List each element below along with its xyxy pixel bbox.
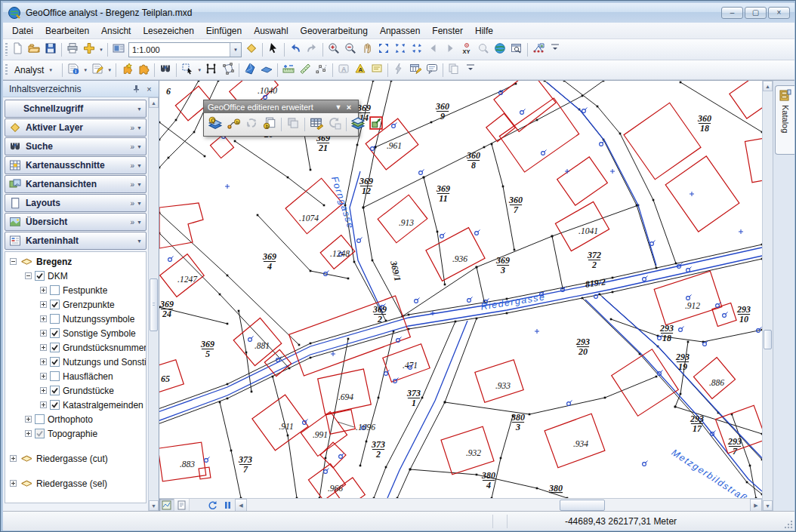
- expand-panel-icon[interactable]: »: [131, 199, 135, 208]
- refresh-button[interactable]: [205, 499, 220, 512]
- analyst-menu-button[interactable]: Analyst▼: [9, 62, 60, 78]
- menu-item-anpassen[interactable]: Anpassen: [374, 23, 426, 38]
- add-data-button[interactable]: [81, 42, 97, 58]
- menu-item-datei[interactable]: Datei: [6, 23, 39, 38]
- expand-icon[interactable]: [40, 401, 47, 408]
- expand-icon[interactable]: [40, 315, 47, 322]
- analyst-binoculars-button[interactable]: [157, 62, 174, 78]
- menu-item-auswahl[interactable]: Auswahl: [248, 23, 294, 38]
- tree-item-riedergassesel[interactable]: Riedergasse (sel): [7, 476, 146, 490]
- menu-item-fenster[interactable]: Fenster: [426, 23, 469, 38]
- fl-vertex-button[interactable]: b: [224, 115, 242, 134]
- analyst-lightning-gray-button[interactable]: [390, 62, 407, 78]
- scroll-up-icon[interactable]: ▲: [763, 81, 773, 91]
- layer-checkbox[interactable]: [50, 343, 60, 352]
- analyst-ibeam-button[interactable]: [203, 62, 220, 78]
- layer-checkbox[interactable]: [50, 314, 60, 324]
- analyst-flat-blue-button[interactable]: [258, 62, 275, 78]
- chevron-down-icon[interactable]: ▼: [137, 106, 142, 112]
- expand-panel-icon[interactable]: »: [131, 124, 135, 132]
- analyst-select-el-button[interactable]: [179, 62, 196, 78]
- analyst-measure2-button[interactable]: [297, 62, 313, 78]
- pin-icon[interactable]: [130, 83, 143, 95]
- scroll-up-icon[interactable]: ▲: [149, 97, 159, 108]
- chevron-down-icon[interactable]: ▼: [137, 125, 142, 131]
- sidebar-section-layouts[interactable]: Layouts»▼: [5, 194, 147, 212]
- analyst-label-yellow-button[interactable]: A: [352, 62, 369, 78]
- expand-icon[interactable]: [40, 373, 47, 380]
- map-viewport[interactable]: 3692136914360936083607369123691136018369…: [159, 81, 762, 498]
- print-button[interactable]: [64, 42, 81, 58]
- close-button[interactable]: ×: [768, 7, 790, 19]
- fl-copy-badge-button[interactable]: b: [261, 115, 279, 134]
- menu-item-bearbeiten[interactable]: Bearbeiten: [39, 23, 95, 38]
- tree-item-orthophoto[interactable]: Orthophoto: [7, 412, 146, 426]
- new-document-button[interactable]: [9, 42, 26, 58]
- expand-icon[interactable]: [25, 430, 32, 437]
- minimize-button[interactable]: –: [721, 7, 743, 19]
- floating-toolbar-close-icon[interactable]: ×: [344, 103, 354, 112]
- tree-item-grenzpunkte[interactable]: Grenzpunkte: [7, 297, 146, 312]
- chevron-down-icon[interactable]: ▼: [137, 144, 142, 149]
- tree-item-bregenz[interactable]: Bregenz: [7, 254, 146, 269]
- tree-item-grundstcksnummern[interactable]: Grundstücksnummern: [7, 340, 146, 355]
- mag-gray-button[interactable]: [475, 42, 492, 58]
- toolbar-grip[interactable]: [5, 64, 8, 75]
- analyst-note-button[interactable]: [369, 62, 385, 78]
- tree-item-katastralgemeinden[interactable]: Katastralgemeinden: [7, 398, 146, 412]
- tree-item-festpunkte[interactable]: Festpunkte: [7, 283, 146, 297]
- fl-layers-button[interactable]: [349, 115, 367, 134]
- pause-drawing-button[interactable]: [220, 499, 235, 512]
- expand-icon[interactable]: [40, 358, 47, 365]
- analyst-polygon-button[interactable]: [220, 62, 236, 78]
- layer-checkbox[interactable]: [50, 328, 60, 338]
- sidebar-section-schnellzugriff[interactable]: Schnellzugriff▼: [5, 100, 147, 118]
- layer-checkbox[interactable]: [50, 357, 60, 367]
- scroll-down-icon[interactable]: ▼: [149, 500, 159, 511]
- open-folder-button[interactable]: [26, 42, 42, 58]
- tree-item-hausflchen[interactable]: Hausflächen: [7, 369, 146, 383]
- collapse-icon[interactable]: [25, 272, 32, 279]
- tree-item-dkm[interactable]: DKM: [7, 269, 146, 283]
- menu-item-lesezeichen[interactable]: Lesezeichen: [137, 23, 199, 38]
- analyst-kite-blue-button[interactable]: [242, 62, 258, 78]
- toolbar-grip[interactable]: [5, 43, 8, 56]
- fl-squares-gray-button[interactable]: [284, 115, 302, 134]
- overflow-button[interactable]: [547, 42, 563, 58]
- floating-toolbar-editieren[interactable]: GeoOffice editieren erweitert ▼ × Qbb: [203, 100, 359, 137]
- fl-layers-badge-button[interactable]: Q: [206, 115, 224, 134]
- expand-panel-icon[interactable]: »: [131, 161, 135, 170]
- expand-icon[interactable]: [25, 416, 32, 423]
- scale-combobox[interactable]: 1:1.000▼: [128, 42, 242, 57]
- sidebar-section-bersicht[interactable]: Übersicht»▼: [5, 213, 147, 231]
- expand-icon[interactable]: [40, 287, 47, 294]
- tree-item-riedergassecut[interactable]: Riedergasse (cut): [7, 451, 146, 466]
- fl-target-red-button[interactable]: [367, 115, 385, 134]
- analyst-table-edit-button[interactable]: [407, 62, 424, 78]
- undo-button[interactable]: [287, 42, 304, 58]
- analyst-vertex-button[interactable]: [313, 62, 330, 78]
- chevron-down-icon[interactable]: ▼: [137, 163, 142, 168]
- analyst-overflow-button[interactable]: [462, 62, 479, 78]
- chevron-down-icon[interactable]: ▼: [137, 201, 142, 206]
- pan-hand-button[interactable]: [359, 42, 375, 58]
- expand-panel-icon[interactable]: »: [131, 218, 135, 226]
- expand-icon[interactable]: [10, 455, 17, 462]
- full-extent-button[interactable]: [375, 42, 392, 58]
- analyst-speech-button[interactable]: [424, 62, 440, 78]
- scale-box-button[interactable]: [110, 42, 127, 58]
- layer-checkbox[interactable]: [50, 386, 60, 395]
- map-hscroll-thumb[interactable]: [560, 500, 605, 511]
- menu-item-ansicht[interactable]: Ansicht: [95, 23, 137, 38]
- menu-item-hilfe[interactable]: Hilfe: [469, 23, 499, 38]
- globe-button[interactable]: [492, 42, 508, 58]
- schematics-button[interactable]: [530, 42, 547, 58]
- chevron-down-icon[interactable]: ▼: [137, 220, 142, 225]
- panel-scroll-thumb[interactable]: [150, 278, 158, 331]
- dropdown-arrow-icon[interactable]: ▼: [82, 68, 89, 72]
- tree-item-nutzungsundsonstige[interactable]: Nutzungs und Sonstige: [7, 355, 146, 369]
- layer-checkbox[interactable]: [35, 414, 45, 424]
- sidebar-section-karteninhalt[interactable]: Karteninhalt▼: [5, 232, 147, 250]
- scale-dropdown-icon[interactable]: ▼: [230, 43, 241, 57]
- analyst-layer-info-button[interactable]: i: [65, 62, 82, 78]
